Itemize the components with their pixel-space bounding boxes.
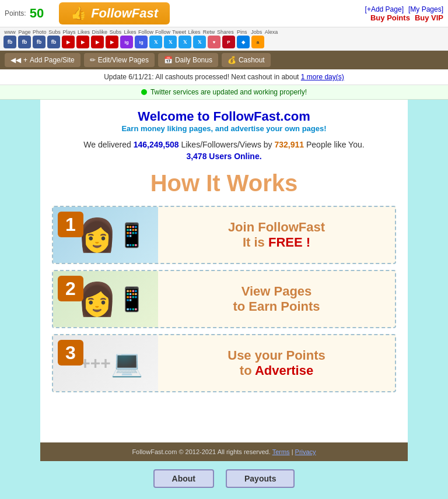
- alexa-btn[interactable]: a: [251, 36, 264, 48]
- top-links-row: [+Add Page] [My Pages]: [365, 5, 443, 13]
- status-bar: Twitter services are updated and working…: [0, 85, 448, 100]
- footer-privacy-link[interactable]: Privacy: [295, 448, 316, 455]
- ig-likes-btn[interactable]: ig: [120, 36, 133, 48]
- points-value: 50: [30, 6, 44, 21]
- buy-points-link[interactable]: Buy Points: [370, 13, 410, 22]
- tw-follow-btn[interactable]: 𝕏: [149, 36, 162, 48]
- about-button[interactable]: About: [153, 469, 214, 488]
- logo-text: FollowFast: [91, 6, 158, 21]
- stats-unit: Likes/Followers/Views by: [181, 140, 272, 149]
- add-page-link[interactable]: [+Add Page]: [365, 5, 404, 13]
- plus-icon: +: [23, 56, 27, 64]
- step-2-sub-text: to Earn Points: [170, 299, 383, 314]
- yt-subs-btn[interactable]: ▶: [106, 36, 118, 48]
- welcome-subtitle: Earn money liking pages, and advertise y…: [52, 124, 396, 133]
- yt-likes-btn[interactable]: ▶: [76, 36, 89, 48]
- fb-subs-btn[interactable]: fb: [47, 36, 60, 48]
- step-3-advertise-text: Advertise: [255, 363, 313, 378]
- stats-delivered: 146,249,508: [134, 140, 179, 149]
- step-1-number-badge: 1: [58, 212, 83, 237]
- icon-buttons-row: fb fb fb fb ▶ ▶ ▶ ▶ ig ig 𝕏 𝕏 𝕏 𝕏 ♥ P ◆ …: [4, 36, 444, 48]
- tw-likes-btn[interactable]: 𝕏: [178, 36, 191, 48]
- online-text: 3,478 Users Online.: [52, 152, 396, 161]
- fb-photo-btn[interactable]: fb: [33, 36, 46, 48]
- ig-follow-btn[interactable]: ig: [135, 36, 148, 48]
- logo-thumb-icon: 👍: [71, 6, 86, 21]
- top-right-nav: [+Add Page] [My Pages] Buy Points Buy VI…: [365, 5, 443, 22]
- step-3-text: Use your Points to Advertise: [158, 342, 395, 384]
- my-pages-link[interactable]: [My Pages]: [408, 5, 443, 13]
- pinterest-btn[interactable]: P: [222, 36, 235, 48]
- fb-www-btn[interactable]: fb: [4, 36, 16, 48]
- step-3-laptop-icon: 💻: [111, 348, 143, 378]
- step-2: 2 👩 📱 View Pages to Earn Points: [52, 270, 396, 328]
- step-1: 1 👩 📱 Join FollowFast It is FREE !: [52, 206, 396, 264]
- step-3-sub-text: to Advertise: [170, 363, 383, 378]
- update-bar: Update 6/11/21: All cashouts processed! …: [0, 69, 448, 85]
- step-1-image-area: 1 👩 📱: [53, 207, 158, 263]
- update-text: Update 6/11/21: All cashouts processed! …: [104, 73, 301, 81]
- how-it-works-title: How It Works: [52, 170, 396, 196]
- update-link[interactable]: 1 more day(s): [301, 73, 344, 81]
- tw-tweet-btn[interactable]: 𝕏: [164, 36, 177, 48]
- add-page-nav-btn[interactable]: ◀◀ + Add Page/Site: [5, 53, 80, 67]
- logo-area: 👍 FollowFast: [59, 2, 170, 24]
- online-count: 3,478: [186, 152, 206, 161]
- back-icon: ◀◀: [10, 56, 21, 64]
- step-2-number-badge: 2: [58, 276, 83, 301]
- step-2-main-text: View Pages: [170, 284, 383, 299]
- step-1-sub-text: It is FREE !: [170, 235, 383, 250]
- step-2-text: View Pages to Earn Points: [158, 278, 395, 320]
- buy-links-row: Buy Points Buy VIP: [370, 13, 443, 22]
- online-label: Users Online.: [209, 152, 261, 161]
- icon-labels-row: www Page Photo Subs Plays Likes Dislike …: [4, 29, 444, 35]
- green-dot-icon: [141, 89, 147, 95]
- stats-text: We delivered 146,249,508 Likes/Followers…: [52, 140, 396, 149]
- edit-pages-nav-btn[interactable]: ✏ Edit/View Pages: [84, 53, 155, 67]
- step-2-image-area: 2 👩 📱: [53, 271, 158, 327]
- step-1-tablet-icon: 📱: [117, 222, 146, 249]
- step-2-tablet-icon: 📱: [117, 286, 146, 313]
- fb-page-btn[interactable]: fb: [18, 36, 31, 48]
- tw-retweet-btn[interactable]: 𝕏: [193, 36, 206, 48]
- money-icon: 💰: [228, 56, 236, 64]
- cashout-nav-btn[interactable]: 💰 Cashout: [222, 53, 271, 67]
- step-3-plus-text: +++: [80, 353, 111, 373]
- calendar-icon: 📅: [164, 56, 173, 64]
- stats-suffix: People like You.: [306, 140, 365, 149]
- page-footer: FollowFast.com © 2012-2021 All rights re…: [40, 442, 408, 461]
- points-label: Points:: [5, 9, 26, 17]
- step-1-text: Join FollowFast It is FREE !: [158, 214, 395, 256]
- yt-dislike-btn[interactable]: ▶: [91, 36, 104, 48]
- step-3: 3 +++ 💻 Use your Points to Advertise: [52, 334, 396, 392]
- footer-terms-link[interactable]: Terms: [272, 448, 290, 455]
- stats-people: 732,911: [274, 140, 304, 149]
- bottom-buttons: About Payouts: [0, 461, 448, 496]
- dropbox-btn[interactable]: ◆: [237, 36, 250, 48]
- footer-copyright: FollowFast.com © 2012-2021 All rights re…: [132, 448, 270, 455]
- payouts-button[interactable]: Payouts: [226, 469, 295, 488]
- top-bar: Points: 50 👍 FollowFast [+Add Page] [My …: [0, 0, 448, 27]
- step-1-main-text: Join FollowFast: [170, 220, 383, 235]
- status-text: Twitter services are updated and working…: [150, 88, 307, 96]
- daily-bonus-nav-btn[interactable]: 📅 Daily Bonus: [158, 53, 218, 67]
- step-3-image-area: 3 +++ 💻: [53, 335, 158, 391]
- edit-icon: ✏: [90, 56, 96, 64]
- step-3-main-text: Use your Points: [170, 348, 383, 363]
- buy-vip-link[interactable]: Buy VIP: [415, 13, 443, 22]
- step-3-number-badge: 3: [58, 340, 83, 366]
- shares-btn[interactable]: ♥: [208, 36, 220, 48]
- welcome-title: Welcome to FollowFast.com: [52, 109, 396, 124]
- icon-grid: www Page Photo Subs Plays Likes Dislike …: [0, 27, 448, 51]
- main-content: Welcome to FollowFast.com Earn money lik…: [40, 100, 408, 407]
- nav-bar: ◀◀ + Add Page/Site ✏ Edit/View Pages 📅 D…: [0, 51, 448, 69]
- step-1-free-text: FREE !: [268, 235, 310, 250]
- yt-plays-btn[interactable]: ▶: [62, 36, 75, 48]
- page-wrapper: Points: 50 👍 FollowFast [+Add Page] [My …: [0, 0, 448, 499]
